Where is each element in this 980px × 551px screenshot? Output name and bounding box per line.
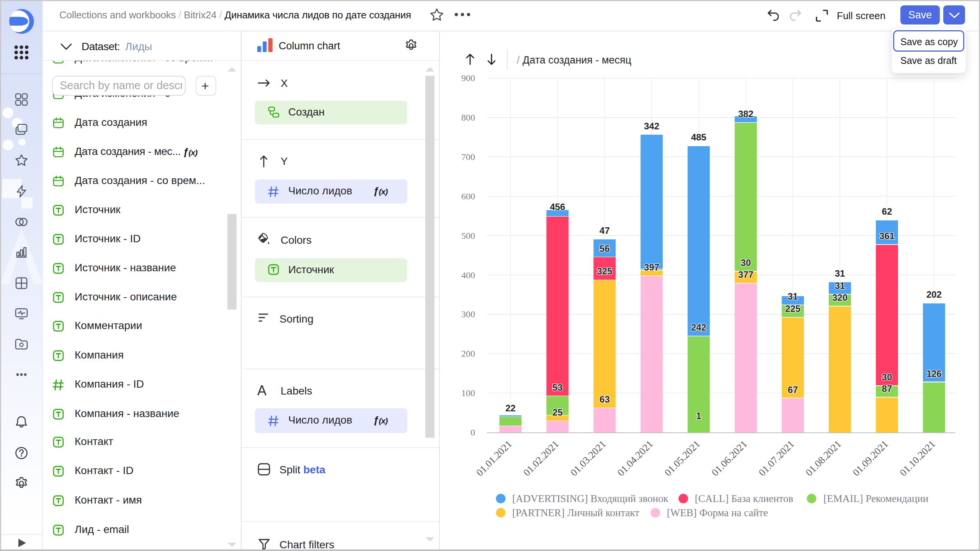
svg-text:0: 0	[470, 427, 475, 437]
svg-text:500: 500	[461, 231, 475, 241]
svg-text:63: 63	[599, 394, 610, 404]
svg-text:485: 485	[691, 132, 706, 142]
svg-text:320: 320	[832, 292, 848, 303]
svg-text:[CALL] База клиентов: [CALL] База клиентов	[695, 493, 793, 504]
svg-text:01.04.2021: 01.04.2021	[615, 439, 655, 478]
svg-text:[PARTNER] Личный контакт: [PARTNER] Личный контакт	[512, 507, 639, 518]
svg-text:25: 25	[552, 407, 563, 417]
svg-text:31: 31	[788, 291, 798, 302]
svg-text:377: 377	[738, 269, 753, 280]
svg-text:47: 47	[599, 225, 610, 236]
svg-text:225: 225	[785, 303, 800, 314]
svg-text:100: 100	[461, 388, 475, 398]
svg-text:202: 202	[926, 289, 942, 300]
svg-text:53: 53	[552, 382, 563, 393]
svg-text:01.09.2021: 01.09.2021	[851, 439, 890, 478]
svg-text:342: 342	[644, 121, 659, 131]
svg-text:01.07.2021: 01.07.2021	[756, 439, 796, 478]
svg-text:01.03.2021: 01.03.2021	[568, 439, 608, 478]
svg-text:[WEB] Форма на сайте: [WEB] Форма на сайте	[667, 507, 768, 518]
svg-text:325: 325	[597, 266, 612, 276]
svg-text:361: 361	[879, 231, 895, 241]
svg-text:1: 1	[696, 411, 701, 421]
svg-text:200: 200	[461, 349, 475, 359]
svg-text:01.05.2021: 01.05.2021	[662, 439, 702, 478]
svg-text:[EMAIL] Рекомендации: [EMAIL] Рекомендации	[823, 493, 928, 504]
svg-text:400: 400	[461, 270, 475, 280]
svg-text:56: 56	[599, 243, 610, 254]
svg-text:900: 900	[461, 73, 475, 83]
svg-text:67: 67	[788, 385, 798, 395]
svg-text:01.02.2021: 01.02.2021	[521, 439, 561, 478]
svg-text:30: 30	[741, 258, 751, 268]
svg-text:01.08.2021: 01.08.2021	[804, 439, 843, 478]
svg-text:87: 87	[882, 383, 892, 394]
svg-text:01.06.2021: 01.06.2021	[709, 439, 749, 478]
svg-text:/ Дата создания - месяц: / Дата создания - месяц	[517, 54, 631, 66]
svg-text:[ADVERTISING] Входящий звонок: [ADVERTISING] Входящий звонок	[512, 493, 669, 504]
svg-text:397: 397	[644, 262, 659, 272]
svg-text:800: 800	[461, 112, 475, 122]
svg-text:382: 382	[738, 109, 753, 119]
svg-text:600: 600	[461, 191, 475, 201]
svg-text:700: 700	[461, 152, 475, 162]
svg-text:30: 30	[882, 372, 892, 382]
svg-text:31: 31	[835, 268, 845, 279]
svg-text:62: 62	[882, 206, 892, 217]
svg-text:126: 126	[926, 368, 942, 379]
svg-text:300: 300	[461, 309, 475, 319]
svg-text:31: 31	[835, 280, 845, 291]
svg-text:22: 22	[505, 403, 516, 413]
svg-text:456: 456	[550, 202, 565, 212]
svg-text:01.10.2021: 01.10.2021	[898, 439, 938, 478]
svg-text:242: 242	[691, 322, 706, 333]
svg-text:01.01.2021: 01.01.2021	[474, 439, 514, 478]
